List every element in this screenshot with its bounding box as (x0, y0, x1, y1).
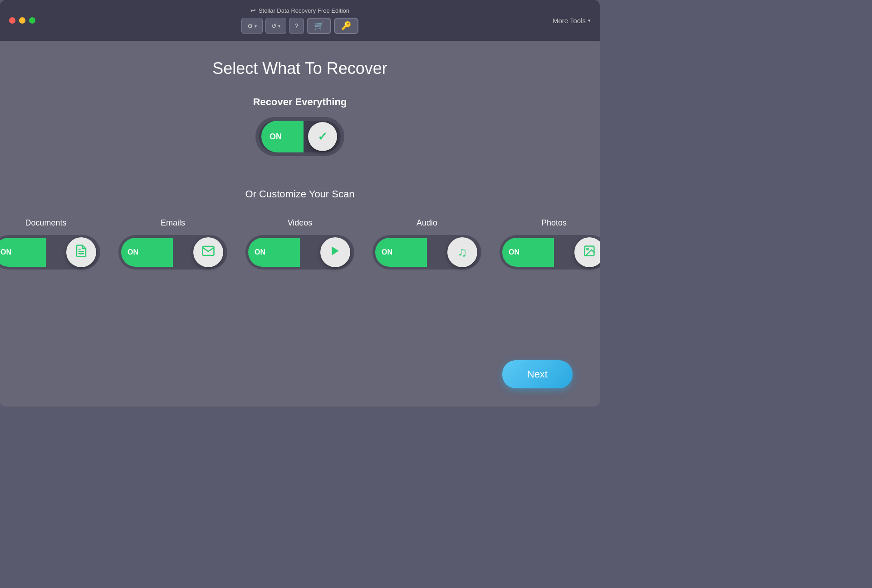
videos-toggle-on-text: ON (255, 248, 265, 256)
help-icon: ? (295, 22, 299, 29)
emails-toggle-thumb (193, 237, 223, 267)
photos-toggle[interactable]: ON (500, 235, 600, 270)
photos-label: Photos (541, 218, 567, 228)
documents-toggle-thumb (66, 237, 96, 267)
more-tools-button[interactable]: More Tools ▾ (553, 17, 591, 24)
title-center: ↩ Stellar Data Recovery Free Edition ⚙ ▾… (241, 7, 359, 34)
video-icon (329, 245, 341, 260)
traffic-lights (9, 17, 35, 24)
videos-label: Videos (288, 218, 313, 228)
app-title-text: Stellar Data Recovery Free Edition (259, 7, 349, 14)
emails-toggle-track: ON (121, 238, 225, 267)
photo-icon (583, 245, 596, 260)
recover-everything-label: Recover Everything (253, 96, 347, 108)
help-button[interactable]: ? (289, 18, 304, 34)
svg-point-4 (587, 248, 588, 250)
videos-toggle-track: ON (248, 238, 352, 267)
app-title: ↩ Stellar Data Recovery Free Edition (250, 7, 349, 14)
main-content: Select What To Recover Recover Everythin… (0, 41, 600, 407)
audio-icon: ♫ (458, 245, 467, 260)
category-audio: Audio ON ♫ (372, 218, 481, 270)
toolbar-buttons: ⚙ ▾ ↺ ▾ ? 🛒 🔑 (241, 18, 359, 34)
audio-toggle-thumb: ♫ (447, 237, 477, 267)
settings-button[interactable]: ⚙ ▾ (241, 18, 263, 34)
customize-label: Or Customize Your Scan (245, 188, 355, 200)
videos-toggle[interactable]: ON (245, 235, 354, 270)
page-title: Select What To Recover (212, 59, 387, 78)
photos-toggle-on-text: ON (509, 248, 519, 256)
big-toggle-thumb: ✓ (308, 122, 337, 151)
recover-everything-toggle[interactable]: ON ✓ (259, 121, 341, 152)
next-button-container: Next (502, 360, 573, 388)
big-toggle-on-text: ON (269, 132, 282, 142)
audio-label: Audio (416, 218, 437, 228)
more-tools-label: More Tools (553, 17, 586, 24)
gear-icon: ⚙ (247, 22, 253, 29)
category-documents: Documents ON (0, 218, 100, 270)
checkmark-icon: ✓ (318, 130, 328, 144)
emails-toggle[interactable]: ON (118, 235, 227, 270)
documents-toggle[interactable]: ON (0, 235, 100, 270)
big-toggle-track: ON ✓ (261, 121, 338, 152)
key-icon: 🔑 (341, 21, 351, 31)
divider (27, 179, 573, 179)
photos-toggle-thumb (574, 237, 600, 267)
history-icon: ↺ (271, 22, 277, 29)
recover-section: Recover Everything ON ✓ (253, 96, 347, 156)
chevron-down-icon: ▾ (255, 24, 257, 29)
undo-icon: ↩ (250, 7, 256, 14)
history-button[interactable]: ↺ ▾ (265, 18, 286, 34)
documents-toggle-on-text: ON (0, 248, 11, 256)
documents-toggle-track: ON (0, 238, 98, 267)
next-button[interactable]: Next (502, 360, 573, 388)
maximize-button[interactable] (29, 17, 35, 24)
audio-toggle-track: ON ♫ (375, 238, 479, 267)
more-tools-chevron-icon: ▾ (588, 18, 591, 24)
videos-toggle-thumb (320, 237, 350, 267)
cart-icon: 🛒 (314, 21, 324, 31)
document-icon (74, 244, 88, 261)
documents-label: Documents (25, 218, 66, 228)
chevron-down-icon-2: ▾ (278, 24, 280, 29)
category-photos: Photos ON (500, 218, 600, 270)
email-icon (201, 244, 215, 261)
category-videos: Videos ON (245, 218, 354, 270)
photos-toggle-track: ON (502, 238, 600, 267)
category-row: Documents ON (27, 218, 573, 270)
cart-button[interactable]: 🛒 (307, 18, 331, 34)
minimize-button[interactable] (19, 17, 25, 24)
emails-toggle-on-text: ON (127, 248, 138, 256)
key-button[interactable]: 🔑 (334, 18, 358, 34)
emails-label: Emails (161, 218, 185, 228)
category-emails: Emails ON (118, 218, 227, 270)
title-bar: ↩ Stellar Data Recovery Free Edition ⚙ ▾… (0, 0, 600, 41)
audio-toggle[interactable]: ON ♫ (372, 235, 481, 270)
audio-toggle-on-text: ON (382, 248, 392, 256)
recover-everything-toggle-container: ON ✓ (255, 117, 344, 156)
svg-marker-2 (332, 246, 338, 255)
close-button[interactable] (9, 17, 15, 24)
